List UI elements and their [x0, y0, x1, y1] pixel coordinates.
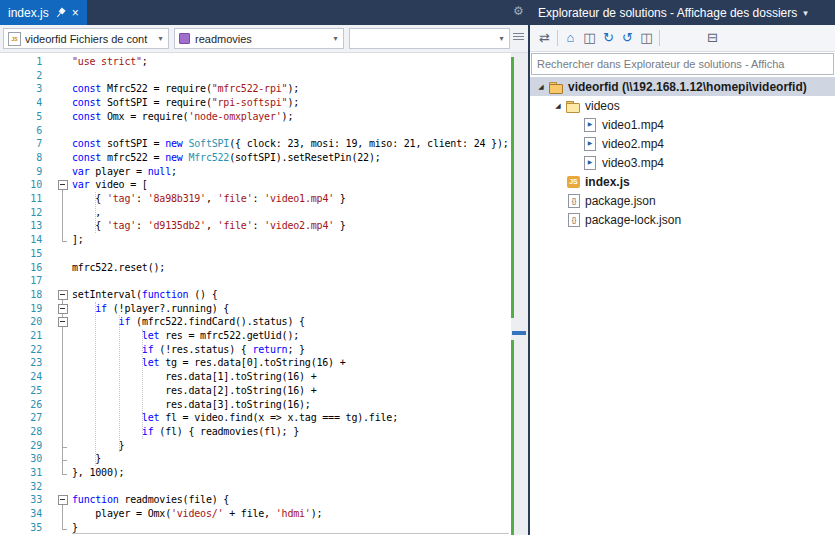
code-line[interactable]: 25 res.data[2].toString(16) + [0, 384, 511, 398]
switch-views-icon[interactable]: ⇄ [535, 25, 554, 51]
show-all-files-icon[interactable]: ◫ [580, 25, 599, 51]
code-line[interactable]: 6 [0, 124, 511, 138]
line-number[interactable]: 17 [0, 274, 42, 288]
code-line[interactable]: 7const softSPI = new SoftSPI({ clock: 23… [0, 137, 511, 151]
code-line[interactable]: 17 [0, 274, 511, 288]
tree-item[interactable]: ◢videos [530, 96, 835, 115]
line-number[interactable]: 19 [0, 302, 42, 316]
line-number[interactable]: 33 [0, 493, 42, 507]
code-line[interactable]: 14]; [0, 233, 511, 247]
track-changes-mark [511, 340, 514, 535]
chevron-down-icon[interactable] [803, 8, 808, 18]
code-line[interactable]: 13 { 'tag': 'd9135db2', 'file': 'video2.… [0, 219, 511, 233]
line-number[interactable]: 29 [0, 439, 42, 453]
code-line[interactable]: 2 [0, 69, 511, 83]
code-line[interactable]: 8const mfrc522 = new Mfrc522(softSPI).se… [0, 151, 511, 165]
line-number[interactable]: 27 [0, 411, 42, 425]
line-number[interactable]: 2 [0, 69, 42, 83]
code-line[interactable]: 24 res.data[1].toString(16) + [0, 370, 511, 384]
line-number[interactable]: 5 [0, 110, 42, 124]
code-line[interactable]: 26 res.data[3].toString(16); [0, 398, 511, 412]
code-line[interactable]: 33function readmovies(file) { [0, 493, 511, 507]
home-icon[interactable]: ⌂ [561, 25, 580, 51]
line-number[interactable]: 10 [0, 178, 42, 192]
tree-item[interactable]: index.js [530, 172, 835, 191]
line-number[interactable]: 31 [0, 466, 42, 480]
fold-collapse-box[interactable] [58, 290, 68, 300]
tree-item[interactable]: video1.mp4 [530, 115, 835, 134]
line-number[interactable]: 20 [0, 315, 42, 329]
code-line[interactable]: 11 { 'tag': '8a98b319', 'file': 'video1.… [0, 192, 511, 206]
tree-item[interactable]: video3.mp4 [530, 153, 835, 172]
line-number[interactable]: 8 [0, 151, 42, 165]
code-line[interactable]: 5const Omx = require('node-omxplayer'); [0, 110, 511, 124]
line-number[interactable]: 1 [0, 55, 42, 69]
track-changes-mark [511, 57, 514, 318]
code-line[interactable]: 18setInterval(function () { [0, 288, 511, 302]
line-number[interactable]: 6 [0, 124, 42, 138]
code-line[interactable]: 22 if (!res.status) { return; } [0, 343, 511, 357]
line-number[interactable]: 18 [0, 288, 42, 302]
code-line[interactable]: 9var player = null; [0, 165, 511, 179]
code-line[interactable]: 1"use strict"; [0, 55, 511, 69]
code-line[interactable]: 19 if (!player?.running) { [0, 302, 511, 316]
code-line[interactable]: 31}, 1000); [0, 466, 511, 480]
line-number[interactable]: 32 [0, 480, 42, 494]
line-number[interactable]: 26 [0, 398, 42, 412]
fold-collapse-box[interactable] [58, 317, 68, 327]
code-text: res.data[3].toString(16); [72, 398, 311, 412]
code-line[interactable]: 10var video = [ [0, 178, 511, 192]
line-number[interactable]: 21 [0, 329, 42, 343]
code-line[interactable]: 16mfrc522.reset(); [0, 261, 511, 275]
tree-item[interactable]: package-lock.json [530, 210, 835, 229]
panel-title: Explorateur de solutions - Affichage des… [538, 6, 797, 20]
code-line[interactable]: 21 let res = mfrc522.getUid(); [0, 329, 511, 343]
tree-item[interactable]: package.json [530, 191, 835, 210]
code-line[interactable]: 3const Mfrc522 = require("mfrc522-rpi"); [0, 82, 511, 96]
code-line[interactable]: 4const SoftSPI = require("rpi-softspi"); [0, 96, 511, 110]
refresh-icon[interactable]: ↺ [618, 25, 637, 51]
code-line[interactable]: 20 if (mfrc522.findCard().status) { [0, 315, 511, 329]
tree-item[interactable]: ◢videorfid (\\192.168.1.12\homepi\videor… [530, 77, 835, 96]
line-number[interactable]: 23 [0, 356, 42, 370]
line-number[interactable]: 12 [0, 206, 42, 220]
line-number[interactable]: 4 [0, 96, 42, 110]
line-number[interactable]: 34 [0, 507, 42, 521]
line-number[interactable]: 9 [0, 165, 42, 179]
tree-item[interactable]: video2.mp4 [530, 134, 835, 153]
code-line[interactable]: 15 [0, 247, 511, 261]
line-number[interactable]: 13 [0, 219, 42, 233]
code-line[interactable]: 32 [0, 480, 511, 494]
code-line[interactable]: 30 } [0, 452, 511, 466]
line-number[interactable]: 24 [0, 370, 42, 384]
code-line[interactable]: 29 } [0, 439, 511, 453]
fold-collapse-box[interactable] [58, 180, 68, 190]
code-text: const Omx = require('node-omxplayer'); [72, 110, 293, 124]
code-line[interactable]: 12 , [0, 206, 511, 220]
line-number[interactable]: 7 [0, 137, 42, 151]
code-line[interactable]: 28 if (fl) { readmovies(fl); } [0, 425, 511, 439]
code-line[interactable]: 27 let fl = video.find(x => x.tag === tg… [0, 411, 511, 425]
expander-icon[interactable]: ◢ [551, 102, 565, 110]
search-input[interactable] [531, 53, 834, 75]
fold-collapse-box[interactable] [58, 495, 68, 505]
line-number[interactable]: 14 [0, 233, 42, 247]
line-number[interactable]: 25 [0, 384, 42, 398]
code-text: } [72, 439, 124, 453]
copy-path-icon[interactable]: ◫ [637, 25, 656, 51]
code-text: var video = [ [72, 178, 148, 192]
line-number[interactable]: 3 [0, 82, 42, 96]
fold-collapse-box[interactable] [58, 304, 68, 314]
line-number[interactable]: 30 [0, 452, 42, 466]
line-number[interactable]: 16 [0, 261, 42, 275]
code-line[interactable]: 34 player = Omx('videos/' + file, 'hdmi'… [0, 507, 511, 521]
line-number[interactable]: 15 [0, 247, 42, 261]
expander-icon[interactable]: ◢ [534, 83, 548, 91]
code-line[interactable]: 23 let tg = res.data[0].toString(16) + [0, 356, 511, 370]
line-number[interactable]: 35 [0, 521, 42, 535]
line-number[interactable]: 22 [0, 343, 42, 357]
line-number[interactable]: 11 [0, 192, 42, 206]
collapse-all-icon[interactable]: ⊟ [703, 25, 722, 51]
line-number[interactable]: 28 [0, 425, 42, 439]
sync-with-active-document-icon[interactable]: ↻ [599, 25, 618, 51]
